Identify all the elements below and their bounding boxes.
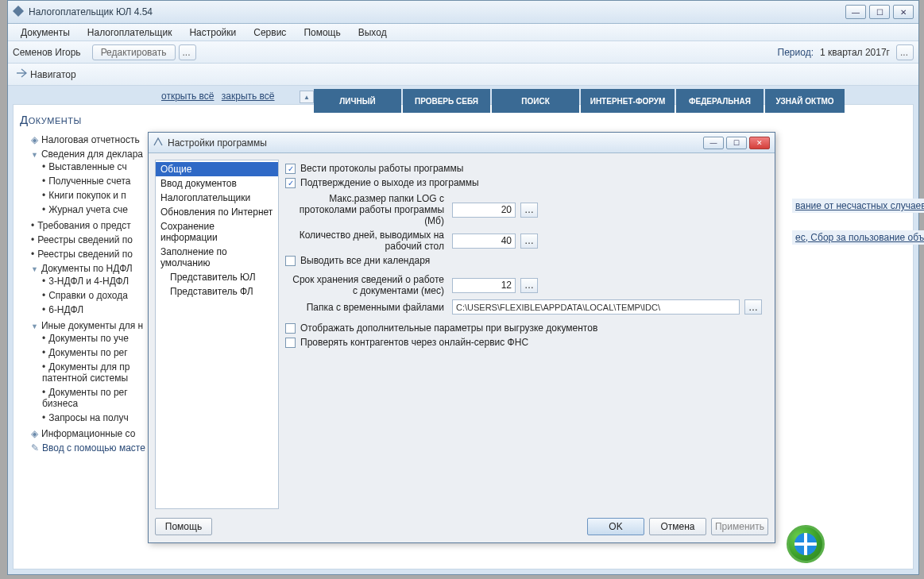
tree-item[interactable]: •Документы по рег бизнеса — [42, 385, 149, 411]
settings-dialog: Настройки программы — ☐ ✕ Общие Ввод док… — [148, 132, 775, 543]
category-rep-ul[interactable]: Представитель ЮЛ — [156, 270, 278, 284]
tree-item[interactable]: •Документы по рег — [42, 345, 149, 360]
sidebar-title: Документы — [20, 113, 149, 126]
tree-item[interactable]: •Справки о дохода — [42, 288, 149, 303]
menu-exit[interactable]: Выход — [350, 25, 395, 40]
edit-button[interactable]: Редактировать — [92, 44, 176, 60]
window-title: Налогоплательщик ЮЛ 4.54 — [29, 6, 845, 17]
input-temp-path[interactable]: C:\USERS\FLEXIBLE\APPDATA\LOCAL\TEMP\IDC… — [452, 299, 740, 315]
settings-category-list: Общие Ввод документов Налогоплательщики … — [155, 160, 279, 509]
spinner-months[interactable]: … — [520, 278, 538, 293]
tab-search[interactable]: ПОИСК — [492, 89, 579, 113]
label-all-days: Выводить все дни календаря — [300, 255, 430, 266]
menu-service[interactable]: Сервис — [245, 25, 294, 40]
tab-check[interactable]: ПРОВЕРЬ СЕБЯ — [403, 89, 490, 113]
label-log-max: Макс.размер папки LOG с протоколами рабо… — [285, 193, 444, 226]
edit-more-button[interactable]: ... — [179, 44, 196, 60]
tree-item[interactable]: •3-НДФЛ и 4-НДФЛ — [42, 274, 149, 288]
tree-item[interactable]: •Реестры сведений по — [31, 247, 149, 261]
category-defaults[interactable]: Заполнение по умолчанию — [156, 245, 278, 270]
tree-item[interactable]: •Документы по уче — [42, 331, 149, 345]
cancel-button[interactable]: Отмена — [649, 518, 706, 535]
settings-form: ✓ Вести протоколы работы программы ✓ Под… — [285, 160, 768, 509]
navigator-bar: Навигатор — [8, 64, 918, 86]
help-button[interactable]: Помощь — [155, 518, 212, 535]
tab-strip: ЛИЧНЫЙ ПРОВЕРЬ СЕБЯ ПОИСК ИНТЕРНЕТ-ФОРУМ… — [314, 89, 845, 113]
windows-icon — [794, 533, 817, 555]
close-button[interactable]: ✕ — [893, 5, 914, 19]
tree-item[interactable]: ▼Документы по НДФЛ •3-НДФЛ и 4-НДФЛ •Спр… — [31, 261, 149, 318]
input-days[interactable]: 40 — [452, 234, 516, 249]
dialog-titlebar: Настройки программы — ☐ ✕ — [149, 133, 775, 153]
category-taxpayers[interactable]: Налогоплательщики — [156, 191, 278, 205]
dialog-icon — [153, 137, 163, 149]
dialog-footer: Помощь OK Отмена Применить — [149, 515, 775, 542]
label-days: Количество дней, выводимых на рабочий ст… — [285, 230, 444, 252]
input-log-max[interactable]: 20 — [452, 203, 516, 218]
tree-item[interactable]: ◈Налоговая отчетность — [31, 133, 149, 147]
tree-item[interactable]: •Документы для пр патентной системы — [42, 360, 149, 385]
tree-item[interactable]: ◈Информационные со — [31, 427, 149, 441]
category-rep-fl[interactable]: Представитель ФЛ — [156, 284, 278, 299]
period-picker-button[interactable]: ... — [896, 44, 914, 60]
spinner-log-max[interactable]: … — [520, 203, 538, 218]
menu-taxpayer[interactable]: Налогоплательщик — [79, 25, 180, 40]
tree-item[interactable]: •Журнал учета сче — [42, 203, 149, 217]
tree-item[interactable]: •Выставленные сч — [42, 160, 149, 174]
label-extra-params: Отображать дополнительные параметры при … — [300, 322, 597, 334]
tree-item[interactable]: •Требования о предст — [31, 218, 149, 233]
category-updates[interactable]: Обновления по Интернет — [156, 205, 278, 219]
svg-marker-0 — [13, 6, 24, 17]
minimize-button[interactable]: — — [845, 5, 866, 19]
app-icon — [13, 6, 24, 18]
tab-forum[interactable]: ИНТЕРНЕТ-ФОРУМ — [581, 89, 675, 113]
tree-item[interactable]: •Реестры сведений по — [31, 233, 149, 247]
tree-item[interactable]: •Полученные счета — [42, 174, 149, 188]
browse-temp-button[interactable]: … — [744, 299, 762, 315]
main-titlebar: Налогоплательщик ЮЛ 4.54 — ☐ ✕ — [8, 1, 918, 24]
open-all-link[interactable]: открыть всё — [161, 91, 214, 102]
background-row-2[interactable]: ес, Сбор за пользование объекта — [792, 230, 924, 245]
navigator-label: Навигатор — [30, 69, 76, 80]
menu-documents[interactable]: Документы — [13, 25, 78, 40]
period-value: 1 квартал 2017г — [820, 47, 890, 58]
checkbox-protocol[interactable]: ✓ — [285, 164, 296, 174]
maximize-button[interactable]: ☐ — [869, 5, 890, 19]
tab-oktmo[interactable]: УЗНАЙ ОКТМО — [765, 89, 845, 113]
menu-settings[interactable]: Настройки — [181, 25, 244, 40]
documents-sidebar: Документы ◈Налоговая отчетность ▼Сведени… — [14, 105, 155, 463]
spinner-days[interactable]: … — [520, 234, 538, 249]
category-general[interactable]: Общие — [156, 162, 278, 176]
menubar: Документы Налогоплательщик Настройки Сер… — [8, 24, 918, 41]
tree-item[interactable]: •6-НДФЛ — [42, 303, 149, 317]
tab-personal[interactable]: ЛИЧНЫЙ — [314, 89, 401, 113]
tab-federal[interactable]: ФЕДЕРАЛЬНАЯ — [676, 89, 764, 113]
navigator-icon — [16, 68, 27, 80]
dialog-minimize-button[interactable]: — — [703, 137, 724, 149]
tabs-scroll-up-button[interactable]: ▲ — [300, 91, 314, 103]
checkbox-fns-check[interactable] — [285, 338, 296, 348]
tree-item[interactable]: ✎Ввод с помощью масте — [31, 441, 149, 455]
category-input[interactable]: Ввод документов — [156, 176, 278, 191]
close-all-link[interactable]: закрыть всё — [222, 91, 275, 102]
label-protocol: Вести протоколы работы программы — [300, 163, 463, 174]
dialog-maximize-button[interactable]: ☐ — [726, 137, 747, 149]
label-months: Срок хранения сведений о работе с докуме… — [285, 274, 444, 296]
dialog-title: Настройки программы — [168, 137, 701, 149]
tree-item[interactable]: ▼Иные документы для н •Документы по уче … — [31, 318, 149, 427]
tree-item[interactable]: ▼Сведения для деклара •Выставленные сч •… — [31, 147, 149, 218]
tree-item[interactable]: •Запросы на получ — [42, 411, 149, 425]
background-row-1[interactable]: вание от несчастных случаев на — [792, 199, 924, 213]
checkbox-confirm-exit[interactable]: ✓ — [285, 178, 296, 188]
tree-item[interactable]: •Книги покупок и п — [42, 188, 149, 203]
input-months[interactable]: 12 — [452, 278, 516, 293]
checkbox-all-days[interactable] — [285, 256, 296, 266]
menu-help[interactable]: Помощь — [296, 25, 348, 40]
brand-badge — [787, 525, 825, 563]
category-save[interactable]: Сохранение информации — [156, 219, 278, 245]
ok-button[interactable]: OK — [587, 518, 644, 535]
apply-button[interactable]: Применить — [711, 518, 768, 535]
dialog-close-button[interactable]: ✕ — [749, 137, 770, 149]
user-name: Семенов Игорь — [13, 47, 81, 58]
checkbox-extra-params[interactable] — [285, 323, 296, 334]
